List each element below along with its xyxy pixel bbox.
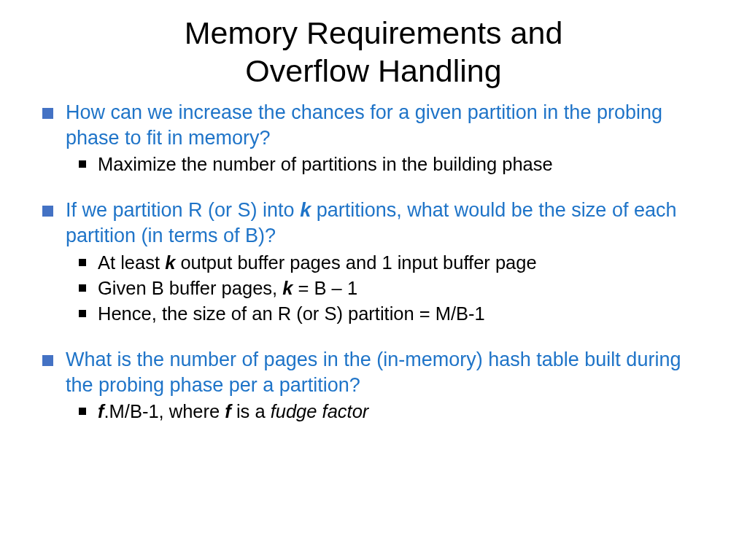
- answers-3: f.M/B-1, where f is a fudge factor: [66, 399, 712, 424]
- question-1: How can we increase the chances for a gi…: [66, 100, 712, 150]
- bullet-2: If we partition R (or S) into k partitio…: [35, 198, 712, 327]
- a22-post: = B – 1: [293, 278, 357, 298]
- a31-f1: f: [98, 401, 104, 421]
- answers-2: At least k output buffer pages and 1 inp…: [66, 250, 712, 327]
- title-line-2: Overflow Handling: [245, 53, 501, 88]
- slide-title: Memory Requirements and Overflow Handlin…: [35, 15, 712, 90]
- q2-pre: If we partition R (or S) into: [66, 199, 300, 221]
- a31-fudge: fudge factor: [271, 401, 369, 421]
- a31-f2: f: [225, 401, 231, 421]
- q2-k: k: [300, 199, 311, 221]
- answer-2-2: Given B buffer pages, k = B – 1: [66, 276, 712, 301]
- question-2: If we partition R (or S) into k partitio…: [66, 198, 712, 248]
- answer-2-3: Hence, the size of an R (or S) partition…: [66, 301, 712, 327]
- question-3: What is the number of pages in the (in-m…: [66, 347, 712, 397]
- answer-3-1: f.M/B-1, where f is a fudge factor: [66, 399, 712, 424]
- a21-post: output buffer pages and 1 input buffer p…: [175, 252, 536, 273]
- a22-pre: Given B buffer pages,: [98, 278, 282, 298]
- slide-content: How can we increase the chances for a gi…: [35, 100, 712, 424]
- a21-pre: At least: [98, 252, 165, 273]
- a22-k: k: [282, 278, 293, 298]
- answer-1-1: Maximize the number of partitions in the…: [66, 152, 712, 177]
- title-line-1: Memory Requirements and: [185, 15, 563, 50]
- bullet-1: How can we increase the chances for a gi…: [35, 100, 712, 177]
- outer-list: How can we increase the chances for a gi…: [35, 100, 712, 424]
- answer-2-1: At least k output buffer pages and 1 inp…: [66, 250, 712, 276]
- a21-k: k: [165, 252, 175, 273]
- a31-post: is a: [231, 401, 271, 421]
- a31-mid: .M/B-1, where: [104, 401, 225, 421]
- bullet-3: What is the number of pages in the (in-m…: [35, 347, 712, 424]
- answers-1: Maximize the number of partitions in the…: [66, 152, 712, 177]
